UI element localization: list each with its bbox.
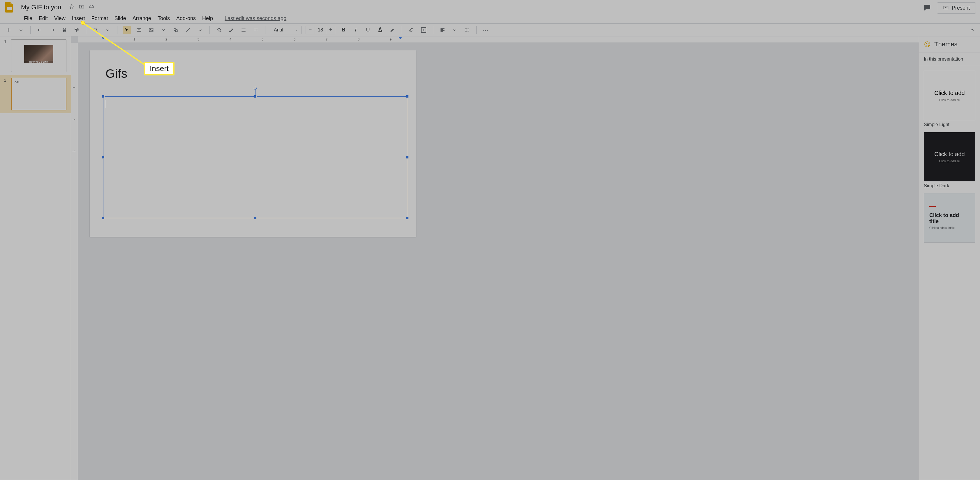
- move-to-folder-icon[interactable]: [79, 4, 84, 11]
- zoom-button[interactable]: [91, 26, 100, 34]
- menu-help[interactable]: Help: [202, 16, 213, 22]
- resize-handle-bm[interactable]: [254, 217, 257, 219]
- svg-rect-10: [149, 28, 153, 32]
- svg-point-14: [220, 30, 221, 32]
- select-tool[interactable]: [123, 26, 131, 34]
- theme-simple-light[interactable]: Click to add Click to add su: [924, 71, 975, 120]
- menu-format[interactable]: Format: [91, 16, 108, 22]
- theme-simple-dark[interactable]: Click to add Click to add su: [924, 132, 975, 181]
- svg-point-16: [926, 43, 927, 44]
- menu-tools[interactable]: Tools: [158, 16, 170, 22]
- new-slide-dropdown[interactable]: [17, 26, 25, 34]
- ruler-right-margin[interactable]: [399, 37, 402, 39]
- canvas-area[interactable]: Gifs: [78, 43, 919, 480]
- resize-handle-br[interactable]: [406, 217, 409, 219]
- slide-canvas[interactable]: Gifs: [90, 50, 416, 237]
- theme-thumb-sub: Click to add subtitle: [929, 226, 955, 229]
- undo-button[interactable]: [36, 26, 44, 34]
- paint-format-button[interactable]: [73, 26, 81, 34]
- line-tool[interactable]: [184, 26, 192, 34]
- image-dropdown[interactable]: [159, 26, 167, 34]
- theme-thumb-sub: Click to add su: [939, 159, 960, 163]
- bold-button[interactable]: B: [339, 26, 348, 34]
- resize-handle-tr[interactable]: [406, 95, 409, 98]
- slide-thumbnail-1[interactable]: 1 HOW YOU DOIN?: [0, 37, 71, 75]
- ruler-tick: 3: [197, 38, 199, 41]
- ruler-tick: 1: [134, 38, 135, 41]
- more-button[interactable]: ⋯: [482, 26, 490, 34]
- thumbnail-image: HOW YOU DOIN?: [24, 45, 53, 63]
- ruler-tick: 6: [294, 38, 295, 41]
- ruler-left-margin[interactable]: [101, 37, 105, 39]
- thumbnail-number: 2: [4, 78, 8, 110]
- border-color-button[interactable]: [227, 26, 235, 34]
- font-size-decrease[interactable]: −: [306, 27, 315, 33]
- line-spacing-button[interactable]: [463, 26, 471, 34]
- resize-handle-lm[interactable]: [102, 156, 105, 159]
- ruler-tick: 4: [229, 38, 231, 41]
- zoom-dropdown[interactable]: [104, 26, 112, 34]
- theme-thumb-title: Click to add title: [929, 212, 970, 224]
- text-color-button[interactable]: A: [376, 26, 384, 34]
- thumbnail-frame[interactable]: HOW YOU DOIN?: [11, 39, 67, 72]
- menu-addons[interactable]: Add-ons: [176, 16, 196, 22]
- slides-logo[interactable]: [3, 2, 15, 13]
- border-weight-button[interactable]: [239, 26, 248, 34]
- align-dropdown[interactable]: [451, 26, 459, 34]
- print-button[interactable]: [60, 26, 68, 34]
- comments-icon[interactable]: [923, 3, 932, 13]
- image-tool[interactable]: [147, 26, 155, 34]
- font-size-value[interactable]: 18: [315, 26, 326, 34]
- font-size-stepper[interactable]: − 18 +: [305, 25, 335, 34]
- present-button-label: Present: [952, 5, 970, 11]
- theme-title-slide[interactable]: Click to add title Click to add subtitle: [924, 193, 975, 243]
- star-icon[interactable]: [69, 4, 75, 11]
- slide-title-text[interactable]: Gifs: [105, 67, 127, 81]
- rotate-handle[interactable]: [254, 87, 257, 90]
- resize-handle-tm[interactable]: [254, 95, 257, 98]
- resize-handle-tl[interactable]: [102, 95, 105, 98]
- toolbar: Arial − 18 + B I U A + ⋯: [0, 24, 980, 37]
- resize-handle-rm[interactable]: [406, 156, 409, 159]
- thumbnail-panel[interactable]: 1 HOW YOU DOIN? 2 Gifs: [0, 37, 71, 480]
- present-button[interactable]: Present: [937, 2, 976, 14]
- themes-panel[interactable]: Themes In this presentation Click to add…: [919, 37, 980, 480]
- new-slide-button[interactable]: [5, 26, 13, 34]
- underline-button[interactable]: U: [364, 26, 372, 34]
- thumbnail-frame[interactable]: Gifs: [11, 78, 67, 110]
- theme-accent-bar: [929, 206, 936, 207]
- highlight-button[interactable]: [388, 26, 396, 34]
- ruler-tick: 1: [72, 86, 76, 88]
- font-family-select[interactable]: Arial: [270, 25, 302, 34]
- header: My GIF to you Present File Edit View Ins…: [0, 0, 980, 24]
- vertical-ruler[interactable]: 1 2 3: [71, 43, 78, 480]
- collapse-toolbar-button[interactable]: [969, 27, 975, 33]
- link-button[interactable]: [407, 26, 415, 34]
- align-button[interactable]: [438, 26, 447, 34]
- svg-point-17: [928, 43, 929, 44]
- menu-file[interactable]: File: [24, 16, 32, 22]
- document-title[interactable]: My GIF to you: [19, 3, 63, 12]
- italic-button[interactable]: I: [352, 26, 360, 34]
- menu-edit[interactable]: Edit: [39, 16, 48, 22]
- font-size-increase[interactable]: +: [326, 27, 335, 33]
- menu-insert[interactable]: Insert: [72, 16, 85, 22]
- border-dash-button[interactable]: [252, 26, 260, 34]
- ruler-tick: 7: [326, 38, 328, 41]
- menu-slide[interactable]: Slide: [115, 16, 126, 22]
- ruler-tick: 9: [390, 38, 391, 41]
- menu-view[interactable]: View: [54, 16, 65, 22]
- shape-tool[interactable]: [172, 26, 180, 34]
- textbox-tool[interactable]: [135, 26, 143, 34]
- slide-thumbnail-2[interactable]: 2 Gifs: [0, 75, 71, 113]
- edit-status[interactable]: Last edit was seconds ago: [224, 16, 286, 22]
- horizontal-ruler[interactable]: 1 2 3 4 5 6 7 8 9: [78, 37, 919, 43]
- menu-arrange[interactable]: Arrange: [132, 16, 151, 22]
- resize-handle-bl[interactable]: [102, 217, 105, 219]
- redo-button[interactable]: [48, 26, 56, 34]
- line-dropdown[interactable]: [196, 26, 204, 34]
- fill-color-button[interactable]: [215, 26, 223, 34]
- selected-textbox[interactable]: [103, 96, 407, 218]
- cloud-saved-icon[interactable]: [89, 4, 94, 11]
- comment-button[interactable]: +: [420, 26, 428, 34]
